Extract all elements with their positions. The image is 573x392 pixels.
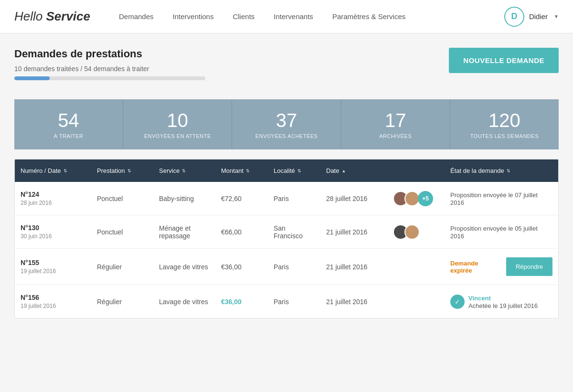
stat-label-attente: ENVOYÉES EN ATTENTE xyxy=(128,133,227,139)
user-avatar: D xyxy=(504,7,524,27)
row-service-130: Ménage et repassage xyxy=(153,224,215,240)
sort-icon-prest: ⇅ xyxy=(127,169,131,173)
header-row: Demandes de prestations 10 demandes trai… xyxy=(14,48,559,90)
th-prestation[interactable]: Prestation ⇅ xyxy=(91,159,153,182)
sort-icon-date: ▲ xyxy=(341,169,346,173)
stat-card-toutes[interactable]: 120 TOUTES LES DEMANDES xyxy=(450,99,559,149)
row-montant-155: €36,00 xyxy=(215,263,268,271)
row-localite-130: San Francisco xyxy=(268,224,320,240)
row-prest-130: Ponctuel xyxy=(91,228,153,236)
row-montant-156: €36,00 xyxy=(215,298,268,306)
chevron-down-icon: ▼ xyxy=(554,14,559,19)
stat-card-traiter[interactable]: 54 À TRAITER xyxy=(14,99,123,149)
row-date-130: 21 juillet 2016 xyxy=(320,228,387,236)
stat-number-traiter: 54 xyxy=(19,110,118,131)
row-localite-156: Paris xyxy=(268,298,320,306)
row-localite-155: Paris xyxy=(268,263,320,271)
progress-bar-fill xyxy=(14,76,50,80)
sort-icon-num: ⇅ xyxy=(64,169,67,173)
main-content: Demandes de prestations 10 demandes trai… xyxy=(0,33,573,318)
logo[interactable]: Hello Service xyxy=(14,9,90,24)
row-localite-124: Paris xyxy=(268,195,320,202)
stat-label-archivees: ARCHIVÉES xyxy=(346,133,445,139)
nav-clients[interactable]: Clients xyxy=(233,10,255,23)
stat-label-achetees: ENVOYÉES ACHETÉES xyxy=(237,133,336,139)
logo-service: Service xyxy=(46,9,90,23)
row-num-124: N°124 28 juin 2016 xyxy=(15,191,91,206)
row-num-130: N°130 30 juin 2016 xyxy=(15,224,91,240)
row-date-155: 21 juillet 2016 xyxy=(320,263,387,271)
table-row: N°130 30 juin 2016 Ponctuel Ménage et re… xyxy=(15,215,558,249)
row-num-156: N°156 19 juillet 2016 xyxy=(15,294,91,309)
row-avatars-130 xyxy=(387,224,445,240)
row-num-155: N°155 19 juillet 2016 xyxy=(15,259,91,275)
table-row: N°156 19 juillet 2016 Régulier Lavage de… xyxy=(15,285,558,318)
row-etat-155: Demande expirée Répondre xyxy=(445,257,558,276)
nouvelle-demande-button[interactable]: NOUVELLE DEMANDE xyxy=(449,48,559,73)
stat-number-attente: 10 xyxy=(128,110,227,131)
row-service-124: Baby-sitting xyxy=(153,195,215,202)
stat-number-archivees: 17 xyxy=(346,110,445,131)
nav-interventions[interactable]: Interventions xyxy=(173,10,214,23)
user-name: Didier xyxy=(529,12,548,21)
user-menu[interactable]: D Didier ▼ xyxy=(504,7,559,27)
th-localite[interactable]: Localité ⇅ xyxy=(268,159,320,182)
th-intervenants xyxy=(387,159,445,182)
header-left: Demandes de prestations 10 demandes trai… xyxy=(14,48,205,90)
table-row: N°124 28 juin 2016 Ponctuel Baby-sitting… xyxy=(15,182,558,215)
progress-section: 10 demandes traitées / 54 demandes à tra… xyxy=(14,65,205,80)
progress-bar-container xyxy=(14,76,205,80)
row-montant-130: €66,00 xyxy=(215,228,268,236)
logo-hello: Hello xyxy=(14,9,46,23)
row-avatars-124: +5 xyxy=(387,191,445,206)
table-header: Numéro / Date ⇅ Prestation ⇅ Service ⇅ M… xyxy=(15,159,558,182)
stat-card-attente[interactable]: 10 ENVOYÉES EN ATTENTE xyxy=(123,99,232,149)
row-service-155: Lavage de vitres xyxy=(153,263,215,271)
row-etat-124: Proposition envoyée le 07 juillet 2016 xyxy=(445,191,558,206)
navbar-links: Demandes Interventions Clients Intervena… xyxy=(119,10,504,23)
nav-intervenants[interactable]: Intervenants xyxy=(274,10,313,23)
th-service[interactable]: Service ⇅ xyxy=(153,159,215,182)
row-montant-124: €72,60 xyxy=(215,195,268,202)
table-row: N°155 19 juillet 2016 Régulier Lavage de… xyxy=(15,249,558,285)
stat-card-archivees[interactable]: 17 ARCHIVÉES xyxy=(341,99,450,149)
sort-icon-montant: ⇅ xyxy=(246,169,250,173)
demands-table: Numéro / Date ⇅ Prestation ⇅ Service ⇅ M… xyxy=(14,159,559,318)
avatar-2-130 xyxy=(404,224,420,240)
th-montant[interactable]: Montant ⇅ xyxy=(215,159,268,182)
nav-parametres[interactable]: Paramètres & Services xyxy=(332,10,405,23)
sort-icon-service: ⇅ xyxy=(182,169,186,173)
row-date-124: 28 juillet 2016 xyxy=(320,195,387,202)
row-etat-156: ✓ Vincent Achetée le 19 juillet 2016 xyxy=(445,294,558,309)
stat-number-achetees: 37 xyxy=(237,110,336,131)
stat-number-toutes: 120 xyxy=(455,110,554,131)
avatar-more: +5 xyxy=(418,191,433,206)
stat-cards: 54 À TRAITER 10 ENVOYÉES EN ATTENTE 37 E… xyxy=(14,99,559,149)
check-icon: ✓ xyxy=(450,295,465,309)
row-date-156: 21 juillet 2016 xyxy=(320,298,387,306)
stat-card-achetees[interactable]: 37 ENVOYÉES ACHETÉES xyxy=(232,99,341,149)
th-etat[interactable]: État de la demande ⇅ xyxy=(445,159,558,182)
navbar: Hello Service Demandes Interventions Cli… xyxy=(0,0,573,33)
nav-demandes[interactable]: Demandes xyxy=(119,10,154,23)
repondre-button-155[interactable]: Répondre xyxy=(506,257,552,276)
sort-icon-etat: ⇅ xyxy=(507,169,510,173)
stat-label-toutes: TOUTES LES DEMANDES xyxy=(455,133,554,139)
row-etat-130: Proposition envoyée le 05 juillet 2016 xyxy=(445,224,558,240)
stat-label-traiter: À TRAITER xyxy=(19,133,118,139)
th-num[interactable]: Numéro / Date ⇅ xyxy=(15,159,91,182)
row-prest-156: Régulier xyxy=(91,298,153,306)
row-prest-155: Régulier xyxy=(91,263,153,271)
row-service-156: Lavage de vitres xyxy=(153,298,215,306)
page-title: Demandes de prestations xyxy=(14,48,205,60)
row-prest-124: Ponctuel xyxy=(91,195,153,202)
progress-label: 10 demandes traitées / 54 demandes à tra… xyxy=(14,65,205,73)
sort-icon-localite: ⇅ xyxy=(297,169,301,173)
th-date[interactable]: Date ▲ xyxy=(320,159,387,182)
